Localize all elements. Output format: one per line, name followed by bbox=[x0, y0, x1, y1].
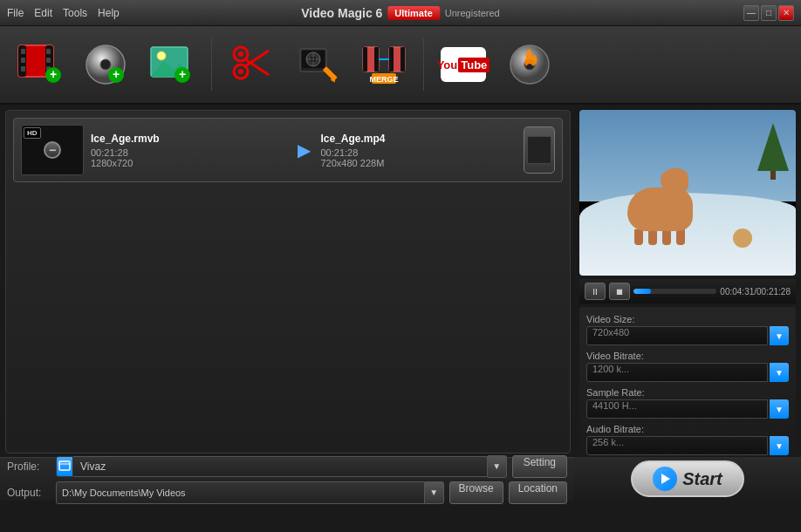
bottom-bar: Profile: Vivaz ▼ Setting Output: D:\My D… bbox=[0, 457, 574, 501]
trim-button[interactable] bbox=[221, 31, 282, 98]
video-bitrate-input[interactable]: 1200 k... bbox=[586, 363, 768, 382]
video-size-dropdown[interactable]: ▼ bbox=[770, 326, 789, 345]
svg-point-25 bbox=[238, 51, 243, 57]
toolbar-separator-2 bbox=[423, 38, 424, 91]
video-bitrate-label: Video Bitrate: bbox=[586, 351, 789, 361]
add-video-button[interactable]: + bbox=[9, 31, 70, 98]
main-content: HD − Ice_Age.rmvb 00:21:28 1280x720 ▶ Ic… bbox=[0, 105, 801, 457]
stop-button[interactable]: ⏹ bbox=[609, 283, 630, 300]
merge-button[interactable]: MERGE bbox=[353, 31, 414, 98]
output-file-info: Ice_Age.mp4 00:21:28 720x480 228M bbox=[321, 133, 517, 168]
registration-status: Unregistered bbox=[445, 8, 500, 18]
output-resolution-size: 720x480 228M bbox=[321, 158, 517, 168]
sample-rate-input[interactable]: 44100 H... bbox=[586, 399, 768, 419]
film-add-icon: + bbox=[15, 40, 64, 89]
profile-row: Profile: Vivaz ▼ Setting bbox=[7, 455, 567, 478]
source-filename: Ice_Age.rmvb bbox=[91, 133, 287, 145]
preview-controls: ⏸ ⏹ 00:04:31/00:21:28 bbox=[579, 279, 796, 304]
device-screen bbox=[527, 136, 551, 164]
file-thumbnail: HD − bbox=[21, 125, 84, 175]
progress-bar[interactable] bbox=[633, 289, 716, 294]
audio-bitrate-dropdown[interactable]: ▼ bbox=[770, 436, 789, 455]
merge-icon: MERGE bbox=[359, 40, 408, 89]
toolbar-separator-1 bbox=[211, 38, 212, 91]
hd-badge: HD bbox=[24, 127, 41, 139]
menu-file[interactable]: File bbox=[7, 7, 24, 19]
start-label: Start bbox=[682, 469, 722, 489]
maximize-button[interactable]: □ bbox=[761, 5, 777, 21]
svg-text:MERGE: MERGE bbox=[369, 75, 398, 84]
svg-point-16 bbox=[157, 51, 166, 60]
svg-rect-32 bbox=[323, 66, 338, 81]
device-icon bbox=[524, 126, 555, 174]
svg-rect-36 bbox=[374, 47, 379, 72]
video-size-input[interactable]: 720x480 bbox=[586, 326, 768, 345]
browse-button[interactable]: Browse bbox=[449, 481, 503, 504]
pause-button[interactable]: ⏸ bbox=[585, 283, 606, 300]
edit-effect-icon bbox=[293, 40, 342, 89]
svg-marker-46 bbox=[661, 474, 670, 484]
output-duration: 00:21:28 bbox=[321, 147, 517, 158]
sample-rate-label: Sample Rate: bbox=[586, 387, 789, 398]
svg-rect-3 bbox=[21, 49, 25, 54]
menu-tools[interactable]: Tools bbox=[63, 7, 87, 19]
burn-button[interactable] bbox=[499, 31, 560, 98]
source-file-info: Ice_Age.rmvb 00:21:28 1280x720 bbox=[91, 133, 287, 168]
audio-bitrate-label: Audio Bitrate: bbox=[586, 424, 789, 434]
svg-rect-5 bbox=[21, 66, 25, 72]
youtube-button[interactable]: YouTube bbox=[433, 31, 494, 98]
film-icon-svg: + bbox=[17, 42, 62, 85]
menu-bar[interactable]: File Edit Tools Help bbox=[7, 7, 120, 19]
minimize-button[interactable]: — bbox=[743, 5, 759, 21]
window-controls[interactable]: — □ ✕ bbox=[743, 5, 794, 21]
svg-rect-35 bbox=[363, 47, 367, 72]
video-size-label: Video Size: bbox=[586, 314, 789, 324]
preview-area bbox=[579, 110, 796, 276]
conversion-arrow: ▶ bbox=[298, 140, 311, 160]
add-dvd-button[interactable]: + bbox=[75, 31, 136, 98]
audio-bitrate-input[interactable]: 256 k... bbox=[586, 436, 768, 455]
menu-edit[interactable]: Edit bbox=[34, 7, 52, 19]
right-panel: ⏸ ⏹ 00:04:31/00:21:28 Video Size: 720x48… bbox=[574, 105, 801, 457]
setting-button[interactable]: Setting bbox=[512, 455, 567, 478]
burn-disc-icon bbox=[505, 40, 554, 89]
profile-select[interactable]: Vivaz bbox=[73, 456, 488, 477]
youtube-icon: YouTube bbox=[439, 40, 488, 89]
video-bitrate-row: Video Bitrate: 1200 k... ▼ bbox=[586, 351, 789, 382]
output-path-dropdown[interactable]: ▼ bbox=[425, 481, 444, 504]
progress-fill bbox=[633, 289, 651, 294]
photo-add-icon: + bbox=[147, 40, 196, 89]
location-button[interactable]: Location bbox=[509, 481, 567, 504]
tree-decoration bbox=[757, 123, 789, 180]
close-button[interactable]: ✕ bbox=[778, 5, 794, 21]
start-area: Start bbox=[574, 457, 801, 501]
svg-text:+: + bbox=[50, 67, 57, 81]
menu-help[interactable]: Help bbox=[98, 7, 120, 19]
output-row: Output: D:\My Documents\My Videos ▼ Brow… bbox=[7, 481, 567, 504]
toolbar: + + bbox=[0, 26, 801, 105]
edition-badge: Ultimate bbox=[387, 6, 439, 20]
svg-text:+: + bbox=[179, 67, 186, 81]
add-photo-button[interactable]: + bbox=[141, 31, 202, 98]
start-button[interactable]: Start bbox=[631, 460, 744, 497]
svg-rect-7 bbox=[46, 58, 51, 63]
time-display: 00:04:31/00:21:28 bbox=[720, 287, 791, 297]
title-bar: File Edit Tools Help Video Magic 6 Ultim… bbox=[0, 0, 801, 26]
video-size-row: Video Size: 720x480 ▼ bbox=[586, 314, 789, 345]
source-duration: 00:21:28 bbox=[91, 147, 287, 158]
remove-button[interactable]: − bbox=[44, 141, 61, 159]
video-bitrate-dropdown[interactable]: ▼ bbox=[770, 363, 789, 382]
sample-rate-dropdown[interactable]: ▼ bbox=[770, 399, 789, 419]
effect-button[interactable] bbox=[287, 31, 348, 98]
output-label: Output: bbox=[7, 487, 51, 499]
profile-dropdown-arrow[interactable]: ▼ bbox=[488, 455, 507, 478]
output-path-display[interactable]: D:\My Documents\My Videos bbox=[56, 481, 425, 504]
source-resolution: 1280x720 bbox=[91, 158, 287, 168]
app-title-area: Video Magic 6 Ultimate Unregistered bbox=[301, 6, 500, 20]
start-icon bbox=[653, 467, 677, 491]
svg-rect-4 bbox=[21, 58, 25, 63]
table-row[interactable]: HD − Ice_Age.rmvb 00:21:28 1280x720 ▶ Ic… bbox=[13, 118, 563, 182]
preview-scene bbox=[579, 110, 796, 276]
profile-label: Profile: bbox=[7, 460, 51, 473]
small-creature bbox=[733, 228, 752, 248]
